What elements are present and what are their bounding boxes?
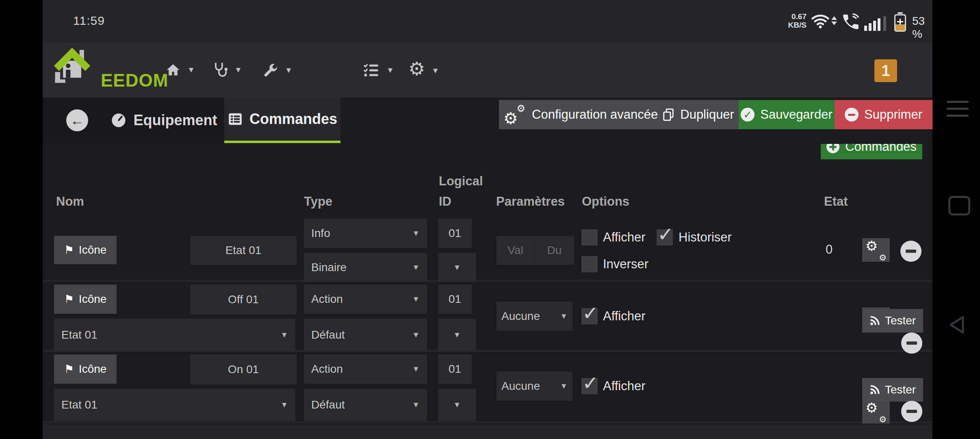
logical-id-box[interactable]: 01 [438, 354, 472, 384]
save-button[interactable]: ✓ Sauvegarder [739, 100, 835, 129]
android-back-button[interactable] [947, 314, 967, 336]
save-label: Sauvegarder [760, 107, 833, 122]
logical-id-select[interactable]: ▼ [438, 389, 476, 421]
parameter-select[interactable]: Aucune ▼ [497, 372, 572, 401]
param-du-input[interactable] [535, 236, 574, 265]
logical-id-select[interactable]: ▼ [438, 319, 476, 351]
remove-command-button[interactable] [901, 333, 922, 354]
tab-commandes[interactable]: Commandes [224, 98, 340, 141]
action-bar-gray: ⚙⚙ Configuration avancée Dupliquer [499, 100, 739, 129]
status-bar: 11:59 0.67 KB/S [43, 0, 932, 43]
icon-picker-label: Icône [79, 293, 107, 306]
inverser-checkbox[interactable]: ✓ [581, 256, 598, 272]
test-label: Tester [885, 383, 916, 396]
chevron-down-icon: ▼ [453, 263, 461, 272]
logical-id-select[interactable]: ▼ [438, 253, 476, 282]
advanced-config-label: Configuration avancée [532, 107, 658, 122]
subtype-select[interactable]: Binaire ▼ [304, 253, 427, 282]
command-name-input[interactable] [190, 354, 297, 385]
afficher-checkbox[interactable]: ✓ [581, 378, 598, 394]
android-menu-button[interactable] [947, 101, 969, 119]
icon-picker-button[interactable]: ⚑ Icône [54, 285, 117, 314]
configure-command-button[interactable]: ⚙ ⚙ [862, 238, 890, 262]
type-select[interactable]: Info ▼ [304, 219, 427, 248]
gear-icon: ⚙ [865, 401, 878, 415]
type-select-value: Action [311, 363, 343, 376]
configure-command-button[interactable]: ⚙ ⚙ [862, 400, 890, 424]
chevron-down-icon: ▼ [187, 65, 195, 74]
test-command-button[interactable]: Tester [862, 309, 923, 333]
checklist-icon [363, 62, 380, 78]
gear-icon: ⚙ [879, 415, 887, 424]
gear-icon: ⚙ [408, 59, 425, 78]
chevron-down-icon: ▼ [453, 400, 461, 409]
col-header-logical-id: ID [439, 194, 451, 209]
param-val-input[interactable] [497, 236, 534, 265]
remove-command-button[interactable] [900, 241, 921, 262]
app-header: EEDOM ▼ ▼ ▼ [43, 43, 932, 98]
historiser-label: Historiser [679, 230, 732, 245]
signal-bars-icon [864, 15, 889, 31]
state-value: 0 [826, 242, 833, 257]
linked-state-select[interactable]: Etat 01 ▼ [54, 319, 295, 351]
wifi-calling-icon [842, 13, 859, 30]
parameter-select[interactable]: Aucune ▼ [497, 302, 572, 331]
icon-picker-button[interactable]: ⚑ Icône [54, 236, 117, 264]
col-header-etat: Etat [824, 194, 848, 209]
row-separator [43, 421, 932, 424]
logical-id-box[interactable]: 01 [438, 219, 472, 248]
remove-command-button[interactable] [901, 401, 922, 422]
afficher-checkbox[interactable]: ✓ [581, 229, 598, 246]
test-command-button[interactable]: Tester [862, 378, 923, 402]
chevron-down-icon: ▼ [412, 295, 420, 304]
type-select-value: Info [311, 227, 330, 240]
inverser-label: Inverser [603, 257, 648, 272]
linked-state-select[interactable]: Etat 01 ▼ [54, 389, 295, 421]
icon-picker-label: Icône [79, 363, 107, 376]
historiser-checkbox[interactable]: ✓ [657, 229, 673, 246]
subtype-select[interactable]: Défaut ▼ [304, 389, 427, 421]
subtype-select[interactable]: Défaut ▼ [304, 319, 427, 351]
network-speed-unit: KB/S [782, 21, 807, 29]
network-speed-value: 0.67 [782, 12, 807, 21]
chevron-down-icon: ▼ [412, 400, 420, 409]
flag-icon: ⚑ [64, 364, 74, 375]
type-select[interactable]: Action ▼ [304, 354, 427, 384]
duplicate-button[interactable]: Dupliquer [662, 107, 734, 122]
notification-badge[interactable]: 1 [874, 59, 897, 82]
home-icon [165, 62, 182, 78]
afficher-label: Afficher [603, 379, 646, 393]
tab-equipement[interactable]: Equipement [104, 98, 224, 143]
wifi-icon [811, 13, 829, 29]
logical-id-box[interactable]: 01 [438, 285, 472, 314]
delete-button[interactable]: Supprimer [835, 100, 932, 129]
col-header-options: Options [582, 194, 629, 209]
back-button[interactable]: ← [66, 109, 88, 131]
icon-picker-button[interactable]: ⚑ Icône [54, 354, 117, 384]
parameter-value: Aucune [501, 310, 540, 323]
gear-icon: ⚙ [879, 253, 887, 262]
menu-tools[interactable]: ▼ [262, 62, 293, 78]
jeedom-logo[interactable]: EEDOM [53, 46, 183, 91]
delete-label: Supprimer [864, 107, 922, 122]
flag-icon: ⚑ [64, 245, 74, 256]
menu-home[interactable]: ▼ [165, 62, 195, 78]
android-recents-button[interactable] [948, 196, 970, 215]
menu-health[interactable]: ▼ [212, 61, 242, 79]
icon-picker-label: Icône [79, 243, 107, 256]
command-name-input[interactable] [190, 285, 297, 315]
type-select[interactable]: Action ▼ [304, 285, 427, 314]
gears-icon: ⚙⚙ [503, 105, 525, 124]
chevron-down-icon: ▼ [412, 229, 420, 238]
chevron-down-icon: ▼ [560, 382, 568, 391]
menu-settings[interactable]: ⚙ ▼ [408, 59, 439, 78]
chevron-down-icon: ▼ [280, 400, 288, 409]
advanced-config-button[interactable]: ⚙⚙ Configuration avancée [503, 105, 658, 124]
command-name-input[interactable] [190, 236, 297, 265]
menu-tasks[interactable]: ▼ [363, 62, 394, 78]
broadcast-icon [869, 385, 880, 395]
parameter-value: Aucune [501, 380, 540, 393]
chevron-down-icon: ▼ [234, 65, 242, 74]
bottom-section-strip [43, 424, 932, 439]
afficher-checkbox[interactable]: ✓ [581, 308, 598, 324]
